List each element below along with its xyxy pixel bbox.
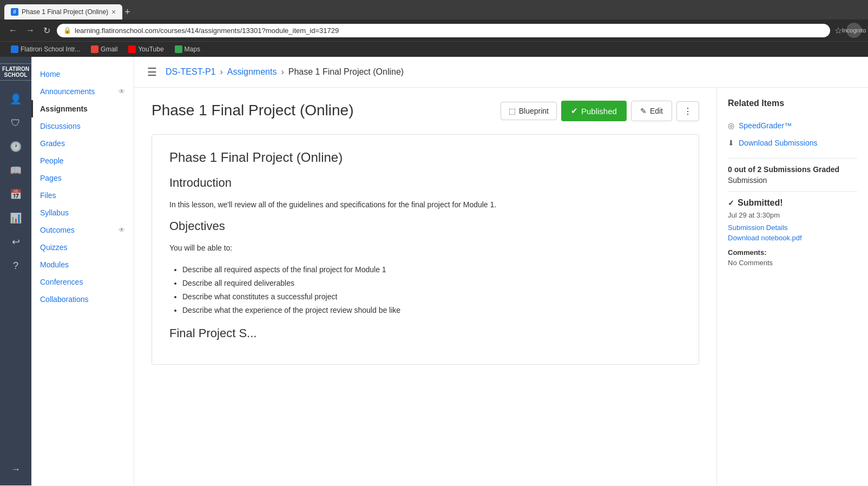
blueprint-button[interactable]: ⬚ Blueprint (501, 102, 557, 120)
lock-icon: 🔒 (63, 27, 71, 34)
submitted-date: Jul 29 at 3:30pm (728, 211, 857, 219)
sidebar-item-pages[interactable]: Pages (31, 169, 134, 187)
assignment-header: Phase 1 Final Project (Online) ⬚ Bluepri… (152, 101, 699, 121)
bookmark-maps-label: Maps (185, 45, 200, 53)
active-tab[interactable]: // Phase 1 Final Project (Online) × (4, 4, 122, 19)
back-button[interactable]: ← (6, 23, 19, 37)
bookmark-maps[interactable]: Maps (170, 44, 205, 55)
rail-icon-refresh[interactable]: ↩ (6, 232, 25, 252)
forward-button[interactable]: → (24, 23, 37, 37)
content-objectives-heading: Objectives (169, 219, 681, 233)
published-button[interactable]: ✔ Published (561, 101, 627, 121)
breadcrumb: ☰ DS-TEST-P1 › Assignments › Phase 1 Fin… (134, 57, 868, 88)
flatiron-favicon (11, 45, 18, 53)
edit-button[interactable]: ✎ Edit (631, 101, 672, 121)
breadcrumb-section[interactable]: Assignments (227, 67, 277, 77)
rail-icon-expand[interactable]: → (6, 459, 25, 479)
address-bar[interactable]: 🔒 learning.flatironschool.com/courses/41… (57, 24, 830, 37)
no-comments-text: No Comments (728, 259, 857, 267)
rail-icon-chart[interactable]: 📊 (6, 208, 25, 228)
app-container: FLATIRON SCHOOL 👤 🛡 🕐 📖 📅 📊 ↩ ? → Home A… (0, 57, 868, 485)
sidebar-item-collaborations[interactable]: Collaborations (31, 291, 134, 308)
rail-icon-clock[interactable]: 🕐 (6, 137, 25, 156)
submission-details-link[interactable]: Submission Details (728, 224, 857, 232)
bookmark-gmail[interactable]: Gmail (87, 44, 122, 55)
bookmark-youtube[interactable]: YouTube (124, 44, 168, 55)
edit-label: Edit (650, 107, 663, 115)
sidebar-item-syllabus[interactable]: Syllabus (31, 204, 134, 221)
assignment-main: Phase 1 Final Project (Online) ⬚ Bluepri… (134, 88, 716, 485)
divider-1 (728, 158, 857, 159)
new-tab-button[interactable]: + (124, 6, 130, 18)
download-notebook-link[interactable]: Download notebook.pdf (728, 234, 857, 242)
bookmark-youtube-label: YouTube (138, 45, 163, 53)
sidebar-item-people[interactable]: People (31, 152, 134, 169)
refresh-button[interactable]: ↻ (41, 23, 52, 38)
sidebar-item-home[interactable]: Home (31, 65, 134, 83)
tab-favicon: // (11, 8, 18, 16)
sidebar-item-announcements[interactable]: Announcements 👁 (31, 83, 134, 100)
divider-2 (728, 191, 857, 192)
bookmark-star-button[interactable]: ☆ (834, 25, 842, 36)
rail-icon-book[interactable]: 📖 (6, 161, 25, 180)
sidebar-item-modules[interactable]: Modules (31, 256, 134, 273)
blueprint-icon: ⬚ (509, 107, 516, 115)
edit-pencil-icon: ✎ (640, 107, 647, 115)
bookmark-flatiron-label: Flatiron School Intr... (21, 45, 80, 53)
content-main-heading: Phase 1 Final Project (Online) (169, 150, 681, 165)
tab-close-button[interactable]: × (111, 8, 116, 16)
account-button[interactable]: Incognito (846, 23, 862, 38)
download-submissions-icon: ⬇ (728, 139, 734, 147)
sidebar-navigation: Home Announcements 👁 Assignments Discuss… (31, 65, 134, 308)
speedgrader-label: SpeedGrader™ (739, 121, 792, 130)
comments-label: Comments: (728, 248, 857, 257)
menu-toggle-button[interactable]: ☰ (147, 65, 157, 78)
speedgrader-icon: ◎ (728, 121, 734, 130)
tab-title: Phase 1 Final Project (Online) (22, 8, 108, 16)
announcements-label: Announcements (40, 87, 95, 96)
sidebar-item-files[interactable]: Files (31, 187, 134, 204)
submitted-status: ✓ Submitted! (728, 198, 857, 208)
sidebar-item-assignments[interactable]: Assignments (31, 100, 134, 117)
published-label: Published (581, 107, 617, 116)
sidebar-item-conferences[interactable]: Conferences (31, 273, 134, 291)
rail-icon-calendar[interactable]: 📅 (6, 185, 25, 204)
sidebar-item-grades[interactable]: Grades (31, 135, 134, 152)
list-item: Describe all required deliverables (182, 277, 681, 290)
bookmarks-bar: Flatiron School Intr... Gmail YouTube Ma… (0, 41, 868, 57)
submitted-label: Submitted! (738, 198, 783, 208)
content-intro-heading: Introduction (169, 176, 681, 190)
url-path: /courses/414/assignments/13301?module_it… (159, 27, 339, 35)
speedgrader-link[interactable]: ◎ SpeedGrader™ (728, 117, 857, 134)
more-options-button[interactable]: ⋮ (676, 101, 699, 121)
checkmark-icon: ✔ (571, 106, 578, 116)
bookmark-flatiron[interactable]: Flatiron School Intr... (6, 44, 84, 55)
download-submissions-label: Download Submissions (739, 139, 818, 147)
assignment-content-card: Phase 1 Final Project (Online) Introduct… (152, 134, 699, 365)
submission-label: Submission (728, 176, 857, 185)
course-sidebar: Home Announcements 👁 Assignments Discuss… (31, 57, 134, 485)
download-submissions-link[interactable]: ⬇ Download Submissions (728, 134, 857, 152)
right-sidebar: Related Items ◎ SpeedGrader™ ⬇ Download … (716, 88, 868, 485)
browser-chrome: // Phase 1 Final Project (Online) × + ← … (0, 0, 868, 57)
url-text: learning.flatironschool.com/courses/414/… (75, 27, 339, 35)
url-domain: learning.flatironschool.com (75, 27, 159, 35)
breadcrumb-course[interactable]: DS-TEST-P1 (166, 67, 215, 77)
content-objectives-list: Describe all required aspects of the fin… (169, 263, 681, 318)
assignment-actions: ⬚ Blueprint ✔ Published ✎ Edit ⋮ (501, 101, 699, 121)
rail-icon-help[interactable]: ? (6, 256, 25, 275)
breadcrumb-sep-2: › (281, 67, 284, 77)
maps-favicon (175, 45, 182, 53)
sidebar-item-outcomes[interactable]: Outcomes 👁 (31, 221, 134, 239)
bookmark-gmail-label: Gmail (101, 45, 117, 53)
content-final-heading: Final Project S... (169, 326, 681, 340)
breadcrumb-current: Phase 1 Final Project (Online) (288, 67, 404, 77)
rail-icon-shield[interactable]: 🛡 (6, 113, 25, 133)
sidebar-item-discussions[interactable]: Discussions (31, 117, 134, 135)
outcomes-visibility-icon: 👁 (119, 226, 125, 234)
rail-icon-user[interactable]: 👤 (6, 89, 25, 109)
sidebar-item-quizzes[interactable]: Quizzes (31, 239, 134, 256)
app-logo: FLATIRON SCHOOL (0, 63, 33, 81)
list-item: Describe what constitutes a successful p… (182, 290, 681, 304)
announcements-visibility-icon: 👁 (119, 88, 125, 95)
